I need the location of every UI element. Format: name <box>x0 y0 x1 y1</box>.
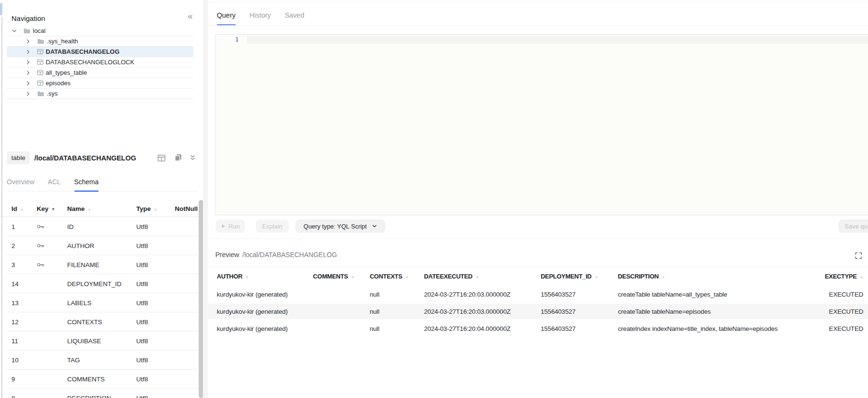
object-type-badge: table <box>7 151 30 164</box>
column-header-description[interactable]: DESCRIPTION▲ <box>618 273 818 280</box>
schema-table-header: Id▲Key▼Name▲Type▲NotNull <box>0 200 199 217</box>
preview-col-dateexecuted: 2024-03-27T16:20:03.000000Z <box>424 291 541 298</box>
object-tabs: Overview ACL Schema <box>7 178 199 191</box>
copy-path-icon[interactable] <box>174 154 182 163</box>
schema-col-name: DESCRIPTION <box>67 395 136 398</box>
column-header-type[interactable]: Type▲ <box>136 205 175 212</box>
tree-item[interactable]: episodes <box>7 78 193 89</box>
chevron-right-icon[interactable] <box>25 60 31 65</box>
open-preview-icon[interactable] <box>158 155 165 163</box>
column-header-label: CONTEXTS <box>370 273 402 280</box>
schema-row[interactable]: 9 COMMENTS Utf8 <box>0 369 199 388</box>
preview-col-deployment-id: 1556403527 <box>541 325 618 332</box>
preview-table-body: kurdyukov-kir (generated) null 2024-03-2… <box>208 285 868 338</box>
chevron-right-icon[interactable] <box>25 49 31 55</box>
column-header-exectype[interactable]: EXECTYPE▲ <box>818 273 868 280</box>
object-tab[interactable]: Overview <box>7 178 34 191</box>
preview-col-dateexecuted: 2024-03-27T16:20:03.000000Z <box>424 308 541 315</box>
top-divider <box>208 1 868 2</box>
query-tab[interactable]: History <box>250 9 271 26</box>
chevron-down-icon[interactable] <box>11 28 17 34</box>
schema-row[interactable]: 12 CONTEXTS Utf8 <box>0 312 199 331</box>
schema-col-id: 10 <box>11 357 37 364</box>
schema-col-id: 8 <box>11 395 37 398</box>
folder-icon <box>37 91 44 97</box>
table-icon <box>37 70 43 75</box>
chevron-right-icon[interactable] <box>25 39 31 44</box>
column-header-author[interactable]: AUTHOR▲ <box>217 273 313 280</box>
schema-row[interactable]: 13 LABELS Utf8 <box>0 293 199 312</box>
column-header-label: DEPLOYMENT_ID <box>541 273 592 280</box>
schema-col-id: 14 <box>11 280 37 288</box>
schema-row[interactable]: 14 DEPLOYMENT_ID Utf8 <box>0 274 199 293</box>
column-header-notnull[interactable]: NotNull <box>175 205 199 212</box>
schema-col-name: AUTHOR <box>67 242 136 249</box>
save-query-label: Save query <box>845 223 868 230</box>
column-header-id[interactable]: Id▲ <box>11 205 37 212</box>
schema-row[interactable]: 10 TAG Utf8 <box>0 350 199 369</box>
column-header-label: COMMENTS <box>313 273 348 280</box>
schema-row[interactable]: 8 DESCRIPTION Utf8 <box>0 388 199 398</box>
column-header-comments[interactable]: COMMENTS▲ <box>313 273 370 280</box>
schema-col-id: 2 <box>11 242 37 249</box>
query-type-label: Query type: YQL Script <box>303 223 367 230</box>
play-icon <box>221 224 226 229</box>
tree-item-label: DATABASECHANGELOGLOCK <box>46 59 134 66</box>
run-button-label: Run <box>229 223 240 230</box>
column-header-deployment_id[interactable]: DEPLOYMENT_ID▲ <box>541 273 618 280</box>
schema-col-name: FILENAME <box>67 261 136 269</box>
tree-item-label: local <box>33 27 46 34</box>
tree-item[interactable]: all_types_table <box>7 68 193 78</box>
editor-line-number: 1 <box>235 36 239 43</box>
preview-row[interactable]: kurdyukov-kir (generated) null 2024-03-2… <box>208 304 868 319</box>
sort-asc-icon: ▲ <box>595 275 598 279</box>
tree-item[interactable]: .sys <box>7 89 193 99</box>
tree-item-label: episodes <box>46 80 71 87</box>
schema-col-type: Utf8 <box>136 376 175 383</box>
preview-col-exectype: EXECUTED <box>818 325 868 332</box>
preview-row[interactable]: kurdyukov-kir (generated) null 2024-03-2… <box>208 321 868 336</box>
schema-row[interactable]: 1 ID Utf8 <box>0 217 199 236</box>
editor-content[interactable] <box>252 36 868 44</box>
preview-row[interactable]: kurdyukov-kir (generated) null 2024-03-2… <box>208 287 868 302</box>
panel-splitter[interactable] <box>203 0 208 398</box>
object-tab[interactable]: ACL <box>48 178 61 191</box>
sort-asc-icon: ▲ <box>20 207 24 211</box>
tree-item[interactable]: local <box>7 26 193 36</box>
schema-col-type: Utf8 <box>136 299 175 307</box>
chevron-right-icon[interactable] <box>25 91 31 97</box>
chevron-right-icon[interactable] <box>25 80 31 86</box>
query-tab-label: History <box>250 11 271 19</box>
object-tab[interactable]: Schema <box>74 178 99 191</box>
left-scrollbar-thumb[interactable] <box>0 3 2 15</box>
query-editor[interactable]: 1 <box>215 34 868 215</box>
column-header-label: Name <box>67 205 85 212</box>
double-chevron-down-icon[interactable] <box>189 154 196 163</box>
tree-item[interactable]: DATABASECHANGELOG <box>7 47 193 57</box>
schema-row[interactable]: 3 FILENAME Utf8 <box>0 255 199 274</box>
collapse-panel-icon[interactable]: « <box>188 11 193 20</box>
column-header-contexts[interactable]: CONTEXTS▲ <box>370 273 424 280</box>
schema-row[interactable]: 11 LIQUIBASE Utf8 <box>0 331 199 350</box>
save-query-button[interactable]: Save query <box>838 219 868 233</box>
schema-col-type: Utf8 <box>136 242 175 249</box>
schema-col-type: Utf8 <box>136 280 175 288</box>
chevron-right-icon[interactable] <box>25 70 31 76</box>
column-header-label: AUTHOR <box>217 273 242 280</box>
query-tab[interactable]: Query <box>217 9 236 26</box>
run-button[interactable]: Run <box>216 219 245 233</box>
column-header-dateexecuted[interactable]: DATEEXECUTED▲ <box>424 273 541 280</box>
tree-item[interactable]: DATABASECHANGELOGLOCK <box>7 57 193 68</box>
explain-button[interactable]: Explain <box>256 219 289 233</box>
fullscreen-icon[interactable] <box>855 252 862 261</box>
sort-asc-icon: ▲ <box>475 275 479 279</box>
tree-item-label: DATABASECHANGELOG <box>46 48 120 55</box>
column-header-name[interactable]: Name▲ <box>67 205 136 212</box>
query-type-select[interactable]: Query type: YQL Script <box>295 219 385 233</box>
query-tab[interactable]: Saved <box>285 9 304 26</box>
column-header-key[interactable]: Key▼ <box>37 205 67 212</box>
schema-col-id: 11 <box>11 338 37 345</box>
sort-asc-icon: ▲ <box>154 207 158 211</box>
schema-row[interactable]: 2 AUTHOR Utf8 <box>0 236 199 255</box>
tree-item[interactable]: .sys_health <box>7 36 193 47</box>
